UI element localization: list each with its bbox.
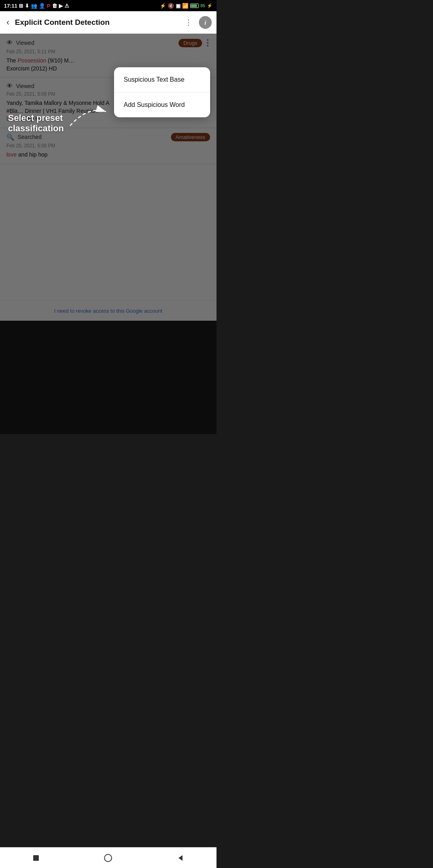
status-icon-person: 👤 <box>39 3 45 9</box>
main-page: 17:11 ⊞ ⬇ 👥 👤 P 🗑 ▶ ⚠ ⚡ 🔇 ▣ 📶 85 ⚡ ‹ Exp… <box>0 0 216 434</box>
add-suspicious-word-option[interactable]: Add Suspicious Word <box>114 92 210 117</box>
mute-icon: 🔇 <box>168 3 174 9</box>
suspicious-text-base-option[interactable]: Suspicious Text Base <box>114 67 210 92</box>
status-icon-warn: ⚠ <box>64 3 69 9</box>
battery-level: 85 <box>200 3 205 8</box>
sim-icon: ▣ <box>176 3 180 9</box>
popup-menu: Suspicious Text Base Add Suspicious Word <box>114 67 210 117</box>
status-icon-download: ⬇ <box>25 3 29 9</box>
bluetooth-icon: ⚡ <box>160 3 166 9</box>
status-bar: 17:11 ⊞ ⬇ 👥 👤 P 🗑 ▶ ⚠ ⚡ 🔇 ▣ 📶 85 ⚡ <box>0 0 216 11</box>
status-icon-yt: ▶ <box>59 3 63 9</box>
status-icon-people: 👥 <box>31 3 37 9</box>
charge-icon: ⚡ <box>207 3 212 8</box>
back-button[interactable]: ‹ <box>5 16 11 29</box>
status-icon-trash: 🗑 <box>52 3 57 9</box>
app-bar-icons: ⋮ i <box>182 16 212 29</box>
status-time: 17:11 <box>4 3 17 9</box>
more-options-button[interactable]: ⋮ <box>182 16 195 29</box>
status-right: ⚡ 🔇 ▣ 📶 85 ⚡ <box>160 3 212 9</box>
info-button[interactable]: i <box>199 16 212 29</box>
wifi-icon: 📶 <box>182 3 188 9</box>
status-left: 17:11 ⊞ ⬇ 👥 👤 P 🗑 ▶ ⚠ <box>4 3 69 9</box>
battery-icon <box>190 4 199 8</box>
page-title: Explicit Content Detection <box>15 18 178 27</box>
status-icon-p: P <box>47 3 50 9</box>
status-icon-grid: ⊞ <box>19 3 23 9</box>
app-bar: ‹ Explicit Content Detection ⋮ i <box>0 11 216 34</box>
